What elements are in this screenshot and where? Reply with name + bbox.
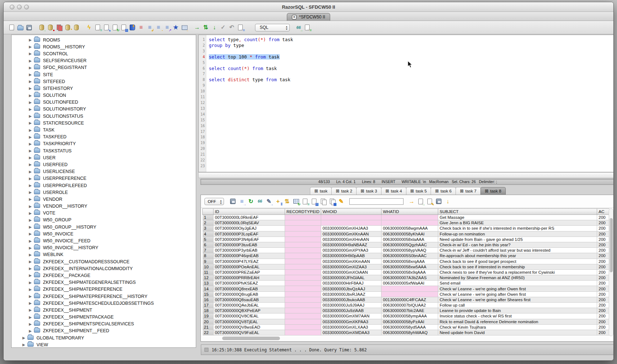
expand-triangle-icon[interactable]: ▶ <box>29 308 34 312</box>
table-row[interactable]: 200T3000000L0RqSEAVGive Jenn a BIG RAISE… <box>203 220 610 226</box>
query-mode-select[interactable]: SQL ▲▼ <box>255 24 290 31</box>
editor-line[interactable] <box>209 94 293 100</box>
table-cell[interactable]: Follow up call <box>438 303 597 308</box>
expand-triangle-icon[interactable]: ▶ <box>29 135 34 139</box>
row-number[interactable]: 9 <box>203 259 213 264</box>
fetch-down-icon[interactable]: ↓ <box>211 23 218 31</box>
table-cell[interactable]: Check w/ Leanne - we're going after Owen… <box>438 291 597 297</box>
table-cell[interactable]: 00T3000000P3yrbEAB <box>213 248 285 253</box>
apply-arrow-icon[interactable]: → <box>408 198 415 205</box>
result-tab[interactable]: ⊠task 7 <box>456 187 481 195</box>
tab-close-icon[interactable]: ⊠ <box>485 189 488 193</box>
table-cell[interactable]: 00630000007bIQUAA2 <box>381 303 438 308</box>
table-cell[interactable]: 0033000000GmXHnAAN <box>321 237 381 242</box>
table-row[interactable]: 400T3000000P3LopEAF0033000000GmXKnAAN006… <box>203 231 610 237</box>
table-cell[interactable]: 006300000058xw5AAA <box>381 264 438 269</box>
tree-item[interactable]: ▶USERROLE <box>12 189 196 196</box>
database-object-tree[interactable]: ▶ROOMS▶ROOMS__HISTORY▶SCONTROL▶SELFSERVI… <box>11 35 196 348</box>
tree-item[interactable]: ▶VENDOR <box>12 196 196 203</box>
document-tab[interactable]: × *SFDCW50 II <box>287 13 330 21</box>
table-cell[interactable]: 200 <box>597 297 610 302</box>
table-cell[interactable]: 200 <box>597 248 610 253</box>
row-number[interactable]: 5 <box>203 237 213 242</box>
table-cell[interactable] <box>285 253 321 259</box>
table-cell[interactable]: Need update from David <box>438 330 597 335</box>
table-cell[interactable] <box>321 220 381 226</box>
table-cell[interactable] <box>285 275 321 281</box>
row-number[interactable]: 15 <box>203 291 213 297</box>
table-cell[interactable]: Rick to email David & reference Delmonte… <box>438 319 597 324</box>
new-database-icon[interactable]: * <box>64 23 72 31</box>
expand-triangle-icon[interactable]: ▶ <box>29 253 34 257</box>
table-cell[interactable] <box>285 264 321 269</box>
tree-item[interactable]: ▶TASK <box>12 126 196 133</box>
table-cell[interactable]: Check back in to see if she's interested… <box>438 226 597 231</box>
table-cell[interactable]: 006300000058ypVAAQ <box>381 248 438 253</box>
expand-triangle-icon[interactable]: ▶ <box>29 315 34 319</box>
row-number[interactable]: 3 <box>203 226 213 231</box>
table-cell[interactable]: 00T3000000QV8CfEAL <box>213 313 285 319</box>
table-cell[interactable]: 00630000007A3bZAAS <box>381 275 438 281</box>
table-cell[interactable]: 200 <box>597 286 610 291</box>
table-cell[interactable] <box>285 297 321 302</box>
table-cell[interactable]: 00T3000000P3LopEAF <box>213 231 285 237</box>
tree-item[interactable]: ▶ROOMS__HISTORY <box>12 43 196 50</box>
tree-item[interactable]: ▶USERPROFILEFEED <box>12 182 196 189</box>
check-icon[interactable]: ✓ <box>219 23 227 31</box>
tree-item[interactable]: ▶SOLUTION <box>12 92 196 99</box>
save-results-icon[interactable] <box>229 198 237 205</box>
edit-lines-icon[interactable]: ≡↗ <box>163 23 171 31</box>
tree-item[interactable]: ▶W50_GROUP__HISTORY <box>12 224 196 230</box>
expand-triangle-icon[interactable]: ▶ <box>29 204 34 208</box>
expand-triangle-icon[interactable]: ▶ <box>29 232 34 236</box>
editor-line[interactable] <box>209 60 293 66</box>
page-view-icon[interactable]: ▤ <box>310 198 318 205</box>
table-cell[interactable]: 00T3000000Q8rugEAB <box>213 291 285 297</box>
table-cell[interactable] <box>285 308 321 313</box>
editor-line[interactable] <box>209 140 293 146</box>
table-row[interactable]: 1500T3000000Q8rugEAB0033000000JbvRJAAZCh… <box>203 291 610 297</box>
table-cell[interactable] <box>285 226 321 231</box>
quotes-toggle-icon[interactable]: 66 <box>256 198 264 205</box>
tree-item[interactable]: ▶TASKFEED <box>12 134 196 140</box>
result-tab[interactable]: ⊠task 5 <box>406 187 431 195</box>
table-cell[interactable]: 00T3000000P3tuvEAB <box>213 242 285 247</box>
table-cell[interactable]: 00T3000000Q8rexEAB <box>213 286 285 291</box>
format-sql-icon[interactable]: ≡↲ <box>146 23 154 31</box>
tree-item[interactable]: ▶USERLICENSE <box>12 168 196 175</box>
editor-line[interactable] <box>209 83 293 88</box>
expand-triangle-icon[interactable]: ▶ <box>22 343 27 347</box>
expand-triangle-icon[interactable]: ▶ <box>29 294 34 298</box>
results-search-input[interactable] <box>349 198 404 205</box>
table-cell[interactable]: 0033000000GmXIZAA3 <box>321 264 381 269</box>
table-cell[interactable] <box>285 215 321 220</box>
editor-line[interactable] <box>209 48 293 54</box>
tree-item[interactable]: ▶ZKFEDEX__SHIPMENT <box>12 307 196 313</box>
tab-close-icon[interactable]: ⊠ <box>460 189 463 193</box>
download-icon[interactable]: ↓ <box>444 198 452 205</box>
tree-item[interactable]: ▶ZKFEDEX__SHIPMATEPREFERENCE__HISTORY <box>12 293 196 300</box>
expand-triangle-icon[interactable]: ▶ <box>29 197 34 201</box>
expand-triangle-icon[interactable]: ▶ <box>29 225 34 229</box>
row-number[interactable]: 11 <box>203 269 213 275</box>
tree-item[interactable]: ▶TASKPRIORITY <box>12 140 196 147</box>
table-cell[interactable]: 00T3000000PRR8rEAH <box>213 275 285 281</box>
table-row[interactable]: 2000T3000000QV8TjEAL0033000000GmXKPAA300… <box>203 319 610 324</box>
tree-item[interactable]: ▶SITEHISTORY <box>12 85 196 92</box>
table-row[interactable]: 1400T3000000Q8rexEAB0033000000JbvQzAAJCh… <box>203 286 610 291</box>
table-cell[interactable]: 200 <box>597 259 610 264</box>
table-cell[interactable]: 00630000007blc2AAE <box>381 308 438 313</box>
table-cell[interactable]: 00T3000000OiyJgEAJ <box>213 226 285 231</box>
tree-item[interactable]: ▶SELFSERVICEUSER <box>12 57 196 64</box>
expand-triangle-icon[interactable]: ▶ <box>29 38 34 42</box>
column-header[interactable]: AC <box>597 209 610 215</box>
connect-database-icon[interactable]: → <box>38 23 46 31</box>
table-row[interactable]: 700T3000000P3yrbEAB0033000000GmXPYAA3006… <box>203 248 610 253</box>
copy-pages-icon[interactable] <box>55 23 63 31</box>
table-cell[interactable]: 200 <box>597 275 610 281</box>
table-cell[interactable]: 00T3000000L0RqSEAV <box>213 220 285 226</box>
tree-item[interactable]: ▶USERFEED <box>12 161 196 168</box>
save-icon[interactable] <box>25 23 33 31</box>
expand-triangle-icon[interactable]: ▶ <box>29 273 34 277</box>
table-cell[interactable]: 006300000058ympAAA <box>381 313 438 319</box>
